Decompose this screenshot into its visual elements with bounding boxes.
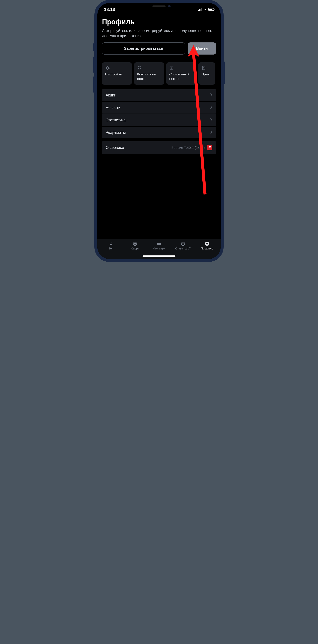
page-subtitle: Авторизуйтесь или зарегистрируйтесь для …	[102, 28, 216, 38]
list-item-promos[interactable]: Акции	[102, 89, 216, 101]
list-item-label: Акции	[106, 93, 116, 98]
flame-icon	[109, 241, 113, 246]
tab-label: Ставки 24/7	[175, 247, 191, 250]
list-item-label: Статистика	[106, 118, 126, 122]
about-version: Версия 7.40.1 (2425)	[171, 146, 205, 150]
phone-frame: 18:13 Профиль Авторизуйтесь или зарегист…	[94, 0, 224, 262]
gear-icon	[105, 66, 129, 70]
tab-label: Мои пари	[153, 247, 165, 250]
tab-label: Спорт	[131, 247, 139, 250]
bolt-circle-icon	[181, 241, 185, 246]
chevron-right-icon	[210, 118, 212, 122]
divider	[102, 59, 216, 59]
tile-label: Прав	[201, 72, 212, 76]
list-item-stats[interactable]: Статистика	[102, 114, 216, 126]
svg-point-11	[206, 242, 208, 244]
chevron-right-icon	[210, 106, 212, 110]
tile-label: Справочный центр	[169, 72, 193, 81]
about-row[interactable]: О сервисе Версия 7.40.1 (2425) F	[102, 142, 216, 154]
chevron-right-icon	[210, 130, 212, 134]
list-item-label: Новости	[106, 106, 120, 110]
svg-text:?: ?	[203, 67, 204, 69]
wifi-icon	[203, 7, 207, 12]
tile-label: Настройки	[105, 72, 129, 76]
tab-profile[interactable]: Профиль	[197, 241, 217, 250]
list-item-news[interactable]: Новости	[102, 102, 216, 114]
ticket-icon	[157, 241, 161, 246]
tab-my-bets[interactable]: Мои пари	[149, 241, 169, 250]
page-title: Профиль	[102, 18, 216, 26]
login-button[interactable]: Войти	[188, 42, 216, 54]
cellular-signal-icon	[198, 8, 202, 11]
tile-settings[interactable]: Настройки	[102, 62, 132, 85]
app-logo-badge: F	[207, 145, 212, 150]
person-circle-icon	[205, 241, 209, 246]
tab-label: Топ	[109, 247, 113, 250]
status-time: 18:13	[104, 7, 115, 12]
register-button[interactable]: Зарегистрироваться	[102, 42, 185, 54]
tab-bets-247[interactable]: Ставки 24/7	[173, 241, 193, 250]
list-item-label: Результаты	[106, 130, 126, 135]
tab-top[interactable]: Топ	[101, 241, 121, 250]
tile-label: Контактный центр	[137, 72, 161, 81]
tile-help-center[interactable]: ? Справочный центр	[166, 62, 196, 85]
svg-text:?: ?	[171, 67, 172, 69]
tab-sport[interactable]: Спорт	[125, 241, 145, 250]
help-doc-icon: ?	[169, 66, 193, 70]
headset-icon	[137, 66, 161, 70]
home-indicator[interactable]	[142, 256, 176, 256]
about-label: О сервисе	[106, 146, 124, 150]
battery-icon	[208, 8, 214, 11]
tab-label: Профиль	[201, 247, 213, 250]
tile-rules[interactable]: ? Прав	[198, 62, 215, 85]
doc-icon: ?	[201, 66, 212, 70]
list-item-results[interactable]: Результаты	[102, 127, 216, 138]
tile-contact-center[interactable]: Контактный центр	[134, 62, 164, 85]
screen: 18:13 Профиль Авторизуйтесь или зарегист…	[97, 3, 221, 259]
chevron-right-icon	[210, 93, 212, 97]
svg-point-8	[134, 243, 136, 244]
target-icon	[133, 241, 137, 246]
notch	[137, 3, 181, 9]
